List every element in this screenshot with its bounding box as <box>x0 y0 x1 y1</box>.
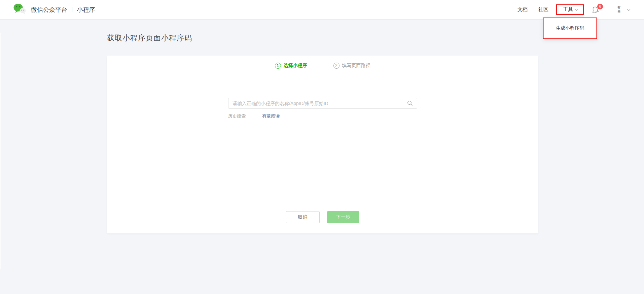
brand-home-link[interactable]: 微信公众平台 | 小程序 <box>13 3 95 16</box>
step-1-number: 1 <box>275 63 281 69</box>
minicode-wizard-card: 1 选择小程序 2 填写页面路径 历史搜索 有章阅读 取消 下一步 <box>107 56 538 233</box>
cancel-button[interactable]: 取消 <box>286 211 320 223</box>
avatar-alt-text-line2: 章 <box>618 10 621 14</box>
menu-item-generate-minicode[interactable]: 生成小程序码 <box>556 25 584 31</box>
history-search-row: 历史搜索 有章阅读 <box>228 113 280 119</box>
stepper: 1 选择小程序 2 填写页面路径 <box>107 56 538 76</box>
step-2-label: 填写页面路径 <box>342 63 370 69</box>
nav-item-docs[interactable]: 文档 <box>517 6 528 13</box>
account-menu[interactable]: 有 章 <box>615 5 630 14</box>
chevron-down-icon <box>627 7 631 11</box>
stepper-connector-line <box>313 66 327 66</box>
brand-platform-name: 微信公众平台 <box>31 6 67 14</box>
bell-icon <box>591 9 599 15</box>
nav-item-tools[interactable]: 工具 生成小程序码 <box>556 4 584 15</box>
left-scrollbar[interactable] <box>0 33 1 269</box>
brand-product-name: 小程序 <box>77 6 95 14</box>
chevron-down-icon <box>575 7 578 11</box>
nav-item-community[interactable]: 社区 <box>538 6 548 13</box>
page-title: 获取小程序页面小程序码 <box>107 33 192 43</box>
wizard-actions: 取消 下一步 <box>107 211 538 223</box>
history-item-link[interactable]: 有章阅读 <box>262 113 280 119</box>
history-search-label: 历史搜索 <box>228 113 246 119</box>
brand-separator: | <box>71 7 73 13</box>
header-nav: 文档 社区 工具 生成小程序码 6 有 章 <box>507 4 630 15</box>
notification-count-badge: 6 <box>597 4 603 9</box>
miniprogram-search-input[interactable] <box>228 98 417 109</box>
wechat-logo-icon <box>13 3 26 16</box>
search-icon[interactable] <box>407 100 413 107</box>
avatar-alt-text-line1: 有 <box>618 5 621 9</box>
avatar: 有 章 <box>615 5 623 14</box>
next-step-button[interactable]: 下一步 <box>327 211 359 223</box>
step-2-number: 2 <box>333 63 339 69</box>
step-2-fill-page-path: 2 填写页面路径 <box>333 63 370 69</box>
miniprogram-search-box <box>228 98 417 109</box>
tools-dropdown-menu: 生成小程序码 <box>543 18 597 39</box>
top-header: 微信公众平台 | 小程序 文档 社区 工具 生成小程序码 6 <box>0 0 644 20</box>
step-1-label: 选择小程序 <box>284 63 307 69</box>
notification-bell-button[interactable]: 6 <box>591 5 600 14</box>
nav-item-tools-label: 工具 <box>563 6 573 13</box>
step-1-select-miniprogram: 1 选择小程序 <box>275 63 307 69</box>
